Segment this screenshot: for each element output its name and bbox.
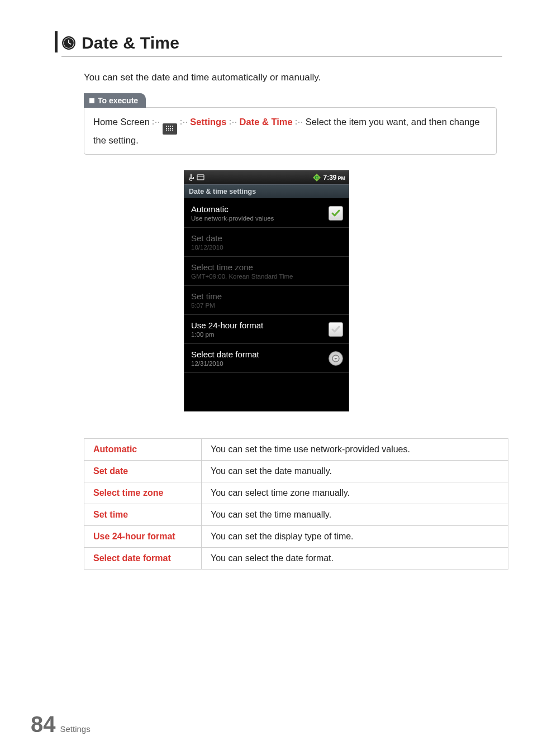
table-row: Select time zone You can select time zon… [84, 482, 508, 504]
row-set-time[interactable]: Set time 5:07 PM [184, 286, 349, 315]
table-row: Select date format You can select the da… [84, 548, 508, 570]
status-bar: G 7:39 PM [184, 171, 349, 184]
table-value: You can set the date manually. [202, 461, 508, 482]
phone-screenshot: G 7:39 PM Date & time settings Automatic… [184, 170, 349, 412]
row-title: Set time [191, 291, 222, 301]
table-row: Set time You can set the time manually. [84, 504, 508, 526]
svg-point-10 [180, 123, 182, 125]
svg-point-9 [180, 120, 182, 121]
to-execute-block: To execute Home Screen Settings Date & T… [84, 93, 497, 155]
svg-point-16 [235, 122, 236, 123]
svg-point-12 [186, 122, 187, 123]
dropdown-indicator-icon[interactable] [329, 351, 343, 366]
table-row: Use 24-hour format You can set the displ… [84, 526, 508, 548]
row-title: Select date format [191, 350, 259, 359]
table-row: Set date You can set the date manually. [84, 461, 508, 482]
arrow-icon [295, 115, 303, 122]
explanations-table: Automatic You can set the time use netwo… [84, 438, 508, 570]
clock-icon [61, 36, 76, 50]
checkbox-checked-icon[interactable] [329, 206, 343, 221]
arrow-icon [180, 115, 188, 122]
arrow-icon [152, 115, 160, 122]
row-title: Use 24-hour format [191, 320, 263, 330]
status-ampm: PM [338, 175, 346, 181]
page-number: 84 [31, 712, 56, 737]
row-title: Set date [191, 233, 223, 243]
table-key: Automatic [84, 439, 202, 461]
crumb-settings: Settings [190, 117, 226, 127]
svg-point-6 [153, 123, 154, 125]
heading-accent-bar [55, 31, 58, 52]
to-execute-tab: To execute [84, 93, 146, 108]
table-key: Set date [84, 461, 202, 482]
heading-row: Date & Time [61, 34, 502, 56]
arrow-icon [229, 115, 237, 122]
svg-point-15 [232, 122, 234, 123]
row-select-timezone[interactable]: Select time zone GMT+09:00, Korean Stand… [184, 257, 349, 286]
section-heading: Date & Time [61, 34, 502, 56]
row-subtitle: 1:00 pm [191, 331, 263, 338]
breadcrumb: Home Screen Settings Date & Time Select … [84, 107, 497, 155]
svg-rect-21 [197, 175, 204, 180]
settings-list: Automatic Use network-provided values Se… [184, 199, 349, 411]
status-time: 7:39 [323, 174, 336, 181]
page-title: Date & Time [82, 34, 179, 52]
crumb-datetime: Date & Time [240, 117, 293, 127]
crumb-home: Home Screen [93, 117, 150, 127]
manual-page: Date & Time You can set the date and tim… [0, 0, 533, 756]
svg-point-14 [230, 123, 231, 125]
network-g-icon: G [313, 174, 321, 181]
status-clock: 7:39 PM [323, 174, 345, 181]
row-set-date[interactable]: Set date 10/12/2010 [184, 228, 349, 257]
table-row: Automatic You can set the time use netwo… [84, 439, 508, 461]
box-icon [197, 173, 204, 183]
screen-title: Date & time settings [184, 184, 349, 199]
svg-point-20 [301, 122, 302, 123]
footer-section: Settings [60, 724, 91, 734]
svg-point-13 [230, 120, 231, 121]
row-subtitle: 10/12/2010 [191, 244, 223, 251]
status-left [188, 173, 204, 183]
page-footer: 84 Settings [31, 712, 91, 737]
apps-grid-icon [163, 123, 177, 135]
svg-point-17 [296, 120, 297, 121]
table-value: You can set the time use network-provide… [202, 439, 508, 461]
table-key: Select date format [84, 548, 202, 570]
table-value: You can set the display type of time. [202, 526, 508, 548]
table-key: Set time [84, 504, 202, 526]
row-subtitle: GMT+09:00, Korean Standard Time [191, 273, 293, 280]
table-value: You can select time zone manually. [202, 482, 508, 504]
table-value: You can select the date format. [202, 548, 508, 570]
row-use-24h[interactable]: Use 24-hour format 1:00 pm [184, 315, 349, 344]
row-subtitle: 5:07 PM [191, 302, 222, 309]
svg-point-7 [155, 122, 156, 123]
status-right: G 7:39 PM [313, 174, 345, 181]
usb-icon [188, 173, 194, 183]
row-subtitle: 12/31/2010 [191, 360, 259, 367]
svg-point-5 [153, 120, 154, 121]
row-title: Select time zone [191, 262, 293, 272]
row-subtitle: Use network-provided values [191, 215, 274, 222]
square-bullet-icon [89, 98, 94, 103]
svg-point-18 [296, 123, 297, 125]
svg-point-11 [183, 122, 184, 123]
to-execute-label: To execute [98, 96, 138, 105]
checkbox-unchecked-icon[interactable] [329, 322, 343, 337]
intro-text: You can set the date and time automatica… [84, 72, 502, 83]
row-automatic[interactable]: Automatic Use network-provided values [184, 199, 349, 228]
row-title: Automatic [191, 204, 274, 214]
table-key: Use 24-hour format [84, 526, 202, 548]
table-key: Select time zone [84, 482, 202, 504]
svg-text:G: G [315, 175, 319, 180]
svg-point-8 [158, 122, 159, 123]
svg-point-19 [298, 122, 299, 123]
table-value: You can set the time manually. [202, 504, 508, 526]
row-select-date-format[interactable]: Select date format 12/31/2010 [184, 344, 349, 373]
